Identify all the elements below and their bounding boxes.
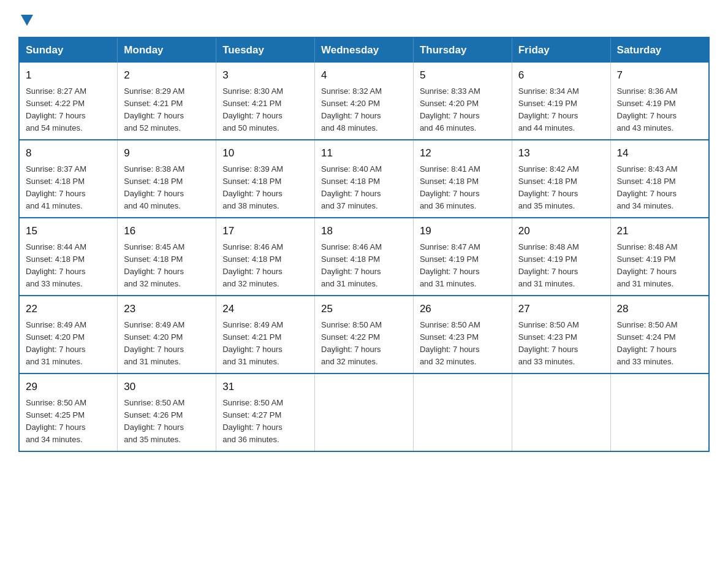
calendar-cell: 9Sunrise: 8:38 AMSunset: 4:18 PMDaylight… <box>118 140 216 218</box>
calendar-cell: 20Sunrise: 8:48 AMSunset: 4:19 PMDayligh… <box>512 218 610 296</box>
day-info: Sunrise: 8:46 AMSunset: 4:18 PMDaylight:… <box>321 241 407 291</box>
calendar-cell: 22Sunrise: 8:49 AMSunset: 4:20 PMDayligh… <box>19 296 118 373</box>
day-number: 20 <box>518 223 604 239</box>
weekday-header-monday: Monday <box>118 37 216 63</box>
weekday-header-wednesday: Wednesday <box>315 37 414 63</box>
calendar-cell: 8Sunrise: 8:37 AMSunset: 4:18 PMDaylight… <box>19 140 118 218</box>
day-info: Sunrise: 8:50 AMSunset: 4:26 PMDaylight:… <box>124 397 210 446</box>
day-info: Sunrise: 8:50 AMSunset: 4:25 PMDaylight:… <box>26 397 111 446</box>
day-number: 16 <box>124 223 210 239</box>
day-info: Sunrise: 8:48 AMSunset: 4:19 PMDaylight:… <box>617 241 702 291</box>
page-header <box>18 12 710 26</box>
calendar-cell: 11Sunrise: 8:40 AMSunset: 4:18 PMDayligh… <box>315 140 414 218</box>
calendar-cell: 14Sunrise: 8:43 AMSunset: 4:18 PMDayligh… <box>610 140 709 218</box>
day-info: Sunrise: 8:49 AMSunset: 4:21 PMDaylight:… <box>222 319 308 369</box>
day-number: 23 <box>124 301 210 317</box>
day-info: Sunrise: 8:50 AMSunset: 4:23 PMDaylight:… <box>518 319 604 369</box>
day-info: Sunrise: 8:36 AMSunset: 4:19 PMDaylight:… <box>617 85 702 135</box>
calendar-cell: 12Sunrise: 8:41 AMSunset: 4:18 PMDayligh… <box>413 140 512 218</box>
week-row-5: 29Sunrise: 8:50 AMSunset: 4:25 PMDayligh… <box>19 373 709 451</box>
weekday-header-sunday: Sunday <box>19 37 118 63</box>
calendar-cell: 15Sunrise: 8:44 AMSunset: 4:18 PMDayligh… <box>19 218 118 296</box>
day-info: Sunrise: 8:49 AMSunset: 4:20 PMDaylight:… <box>26 319 111 369</box>
calendar-table: SundayMondayTuesdayWednesdayThursdayFrid… <box>18 37 710 452</box>
day-number: 29 <box>26 379 111 395</box>
calendar-cell: 23Sunrise: 8:49 AMSunset: 4:20 PMDayligh… <box>118 296 216 373</box>
calendar-cell <box>413 373 512 451</box>
day-info: Sunrise: 8:42 AMSunset: 4:18 PMDaylight:… <box>518 163 604 213</box>
calendar-cell: 13Sunrise: 8:42 AMSunset: 4:18 PMDayligh… <box>512 140 610 218</box>
day-number: 1 <box>26 67 111 83</box>
calendar-cell: 7Sunrise: 8:36 AMSunset: 4:19 PMDaylight… <box>610 63 709 140</box>
day-info: Sunrise: 8:50 AMSunset: 4:27 PMDaylight:… <box>222 397 308 446</box>
calendar-cell: 25Sunrise: 8:50 AMSunset: 4:22 PMDayligh… <box>315 296 414 373</box>
day-number: 4 <box>321 67 407 83</box>
day-number: 12 <box>420 145 506 161</box>
weekday-header-friday: Friday <box>512 37 610 63</box>
day-info: Sunrise: 8:49 AMSunset: 4:20 PMDaylight:… <box>124 319 210 369</box>
day-number: 25 <box>321 301 407 317</box>
day-number: 27 <box>518 301 604 317</box>
weekday-header-row: SundayMondayTuesdayWednesdayThursdayFrid… <box>19 37 709 63</box>
calendar-cell: 17Sunrise: 8:46 AMSunset: 4:18 PMDayligh… <box>216 218 315 296</box>
logo <box>18 12 33 26</box>
day-info: Sunrise: 8:29 AMSunset: 4:21 PMDaylight:… <box>124 85 210 135</box>
calendar-cell: 26Sunrise: 8:50 AMSunset: 4:23 PMDayligh… <box>413 296 512 373</box>
calendar-cell: 2Sunrise: 8:29 AMSunset: 4:21 PMDaylight… <box>118 63 216 140</box>
day-number: 6 <box>518 67 604 83</box>
calendar-cell: 18Sunrise: 8:46 AMSunset: 4:18 PMDayligh… <box>315 218 414 296</box>
day-info: Sunrise: 8:50 AMSunset: 4:23 PMDaylight:… <box>420 319 506 369</box>
calendar-cell: 5Sunrise: 8:33 AMSunset: 4:20 PMDaylight… <box>413 63 512 140</box>
calendar-cell: 30Sunrise: 8:50 AMSunset: 4:26 PMDayligh… <box>118 373 216 451</box>
day-number: 8 <box>26 145 111 161</box>
day-number: 5 <box>420 67 506 83</box>
day-number: 28 <box>617 301 702 317</box>
day-info: Sunrise: 8:43 AMSunset: 4:18 PMDaylight:… <box>617 163 702 213</box>
day-info: Sunrise: 8:47 AMSunset: 4:19 PMDaylight:… <box>420 241 506 291</box>
day-number: 19 <box>420 223 506 239</box>
calendar-cell: 28Sunrise: 8:50 AMSunset: 4:24 PMDayligh… <box>610 296 709 373</box>
calendar-cell: 10Sunrise: 8:39 AMSunset: 4:18 PMDayligh… <box>216 140 315 218</box>
week-row-4: 22Sunrise: 8:49 AMSunset: 4:20 PMDayligh… <box>19 296 709 373</box>
day-number: 2 <box>124 67 210 83</box>
day-info: Sunrise: 8:50 AMSunset: 4:24 PMDaylight:… <box>617 319 702 369</box>
day-info: Sunrise: 8:38 AMSunset: 4:18 PMDaylight:… <box>124 163 210 213</box>
day-number: 11 <box>321 145 407 161</box>
weekday-header-thursday: Thursday <box>413 37 512 63</box>
day-info: Sunrise: 8:33 AMSunset: 4:20 PMDaylight:… <box>420 85 506 135</box>
calendar-cell: 6Sunrise: 8:34 AMSunset: 4:19 PMDaylight… <box>512 63 610 140</box>
day-number: 15 <box>26 223 111 239</box>
day-number: 9 <box>124 145 210 161</box>
day-info: Sunrise: 8:44 AMSunset: 4:18 PMDaylight:… <box>26 241 111 291</box>
day-number: 7 <box>617 67 702 83</box>
day-info: Sunrise: 8:41 AMSunset: 4:18 PMDaylight:… <box>420 163 506 213</box>
day-number: 22 <box>26 301 111 317</box>
day-number: 10 <box>222 145 308 161</box>
day-info: Sunrise: 8:27 AMSunset: 4:22 PMDaylight:… <box>26 85 111 135</box>
calendar-cell: 31Sunrise: 8:50 AMSunset: 4:27 PMDayligh… <box>216 373 315 451</box>
weekday-header-tuesday: Tuesday <box>216 37 315 63</box>
day-number: 14 <box>617 145 702 161</box>
day-info: Sunrise: 8:50 AMSunset: 4:22 PMDaylight:… <box>321 319 407 369</box>
calendar-cell: 24Sunrise: 8:49 AMSunset: 4:21 PMDayligh… <box>216 296 315 373</box>
day-number: 18 <box>321 223 407 239</box>
day-info: Sunrise: 8:37 AMSunset: 4:18 PMDaylight:… <box>26 163 111 213</box>
calendar-cell <box>610 373 709 451</box>
calendar-cell: 21Sunrise: 8:48 AMSunset: 4:19 PMDayligh… <box>610 218 709 296</box>
week-row-3: 15Sunrise: 8:44 AMSunset: 4:18 PMDayligh… <box>19 218 709 296</box>
week-row-1: 1Sunrise: 8:27 AMSunset: 4:22 PMDaylight… <box>19 63 709 140</box>
calendar-cell: 29Sunrise: 8:50 AMSunset: 4:25 PMDayligh… <box>19 373 118 451</box>
calendar-cell: 4Sunrise: 8:32 AMSunset: 4:20 PMDaylight… <box>315 63 414 140</box>
day-number: 21 <box>617 223 702 239</box>
calendar-cell: 19Sunrise: 8:47 AMSunset: 4:19 PMDayligh… <box>413 218 512 296</box>
day-number: 26 <box>420 301 506 317</box>
day-info: Sunrise: 8:46 AMSunset: 4:18 PMDaylight:… <box>222 241 308 291</box>
calendar-cell <box>512 373 610 451</box>
calendar-cell: 3Sunrise: 8:30 AMSunset: 4:21 PMDaylight… <box>216 63 315 140</box>
day-info: Sunrise: 8:34 AMSunset: 4:19 PMDaylight:… <box>518 85 604 135</box>
weekday-header-saturday: Saturday <box>610 37 709 63</box>
logo-triangle-icon <box>21 15 33 26</box>
day-number: 17 <box>222 223 308 239</box>
calendar-cell: 27Sunrise: 8:50 AMSunset: 4:23 PMDayligh… <box>512 296 610 373</box>
calendar-cell: 16Sunrise: 8:45 AMSunset: 4:18 PMDayligh… <box>118 218 216 296</box>
